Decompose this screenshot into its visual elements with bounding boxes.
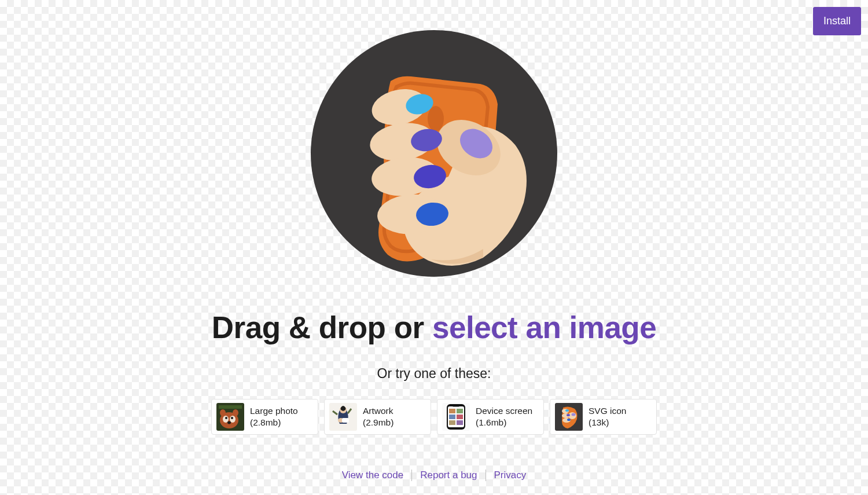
svg-rect-31: [457, 409, 463, 413]
example-label: Large photo: [250, 405, 298, 417]
example-svg-icon[interactable]: SVG icon (13k): [550, 399, 657, 435]
svg-rect-32: [449, 415, 455, 419]
footer-separator: [486, 470, 486, 481]
example-label: Device screen: [476, 405, 532, 417]
svg-point-1: [428, 106, 444, 131]
svg-rect-30: [449, 409, 455, 413]
svg-point-44: [567, 419, 571, 421]
example-list: Large photo (2.8mb) Artwork (2.9mb): [211, 399, 657, 435]
svg-point-43: [567, 414, 570, 416]
footer-links: View the code Report a bug Privacy: [342, 470, 527, 481]
svg-rect-36: [453, 405, 459, 407]
svg-point-19: [220, 409, 226, 416]
svg-rect-21: [219, 405, 242, 409]
svg-point-17: [231, 417, 233, 419]
footer-separator: [411, 470, 412, 481]
example-label: SVG icon: [589, 405, 626, 417]
example-label: Artwork: [363, 405, 393, 417]
example-size: (2.8mb): [250, 417, 298, 428]
subheading: Or try one of these:: [377, 366, 491, 382]
example-size: (2.9mb): [363, 417, 393, 428]
svg-point-45: [572, 413, 576, 416]
example-size: (13k): [589, 417, 626, 428]
example-size: (1.6mb): [476, 417, 532, 428]
squoosh-logo-icon: [310, 29, 558, 278]
svg-point-14: [223, 416, 229, 423]
svg-logo-thumb-icon: [555, 403, 583, 431]
svg-rect-35: [457, 420, 463, 425]
headline: Drag & drop or select an image: [212, 310, 656, 345]
footer-link-bug[interactable]: Report a bug: [420, 470, 477, 481]
example-device-screen[interactable]: Device screen (1.6mb): [437, 399, 544, 435]
headline-prefix: Drag & drop or: [212, 310, 432, 344]
select-image-link[interactable]: select an image: [432, 310, 656, 344]
svg-rect-33: [457, 415, 463, 419]
svg-point-42: [565, 409, 569, 412]
svg-point-18: [227, 421, 231, 424]
red-panda-thumb-icon: [216, 403, 244, 431]
example-artwork[interactable]: Artwork (2.9mb): [324, 399, 431, 435]
svg-rect-26: [342, 418, 349, 423]
install-button[interactable]: Install: [813, 7, 861, 35]
svg-point-20: [233, 409, 238, 416]
device-screen-thumb-icon: [442, 403, 470, 431]
example-large-photo[interactable]: Large photo (2.8mb): [211, 399, 318, 435]
svg-rect-34: [449, 420, 455, 425]
artwork-thumb-icon: [329, 403, 357, 431]
footer-link-code[interactable]: View the code: [342, 470, 403, 481]
footer-link-privacy[interactable]: Privacy: [494, 470, 527, 481]
svg-point-15: [230, 416, 236, 423]
svg-point-16: [225, 417, 227, 419]
